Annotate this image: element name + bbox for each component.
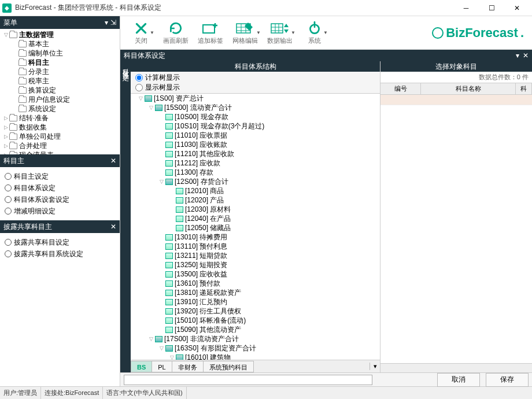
menu-item-label: 结转·准备 xyxy=(19,113,49,123)
account-node-label: [13910] 汇兑预约 xyxy=(175,297,227,307)
maximize-button[interactable]: ☐ xyxy=(479,1,504,16)
collapse-icon[interactable]: ✕ xyxy=(110,223,116,231)
account-node[interactable]: [13250] 短期投资 xyxy=(131,260,380,269)
settings-item[interactable]: 增减明细设定 xyxy=(5,205,115,217)
bottom-tab-系统预约科目[interactable]: 系统预约科目 xyxy=(203,361,254,372)
menu-item-label: 单独公司处理 xyxy=(19,132,61,141)
tab-overflow-icon[interactable]: ▾ xyxy=(370,363,380,370)
account-node[interactable]: [12050] 储藏品 xyxy=(131,223,380,232)
menu-item[interactable]: ▷结转·准备 xyxy=(0,113,120,123)
account-node[interactable]: [13010] 待摊费用 xyxy=(131,232,380,242)
grid-hscroll[interactable] xyxy=(380,363,532,372)
close-button[interactable]: ✕ xyxy=(504,1,530,16)
account-node[interactable]: [11210] 其他应收款 xyxy=(131,149,380,158)
account-node[interactable]: [13910] 汇兑预约 xyxy=(131,297,380,306)
tool-refresh[interactable]: 画面刷新 xyxy=(160,20,192,45)
account-node[interactable]: ▽[163S0] 有形固定资产合计 xyxy=(131,343,380,353)
bottom-tab-PL[interactable]: PL xyxy=(152,361,172,372)
save-button[interactable]: 保存 xyxy=(486,373,529,387)
menu-item[interactable]: 换算设定 xyxy=(0,86,120,95)
account-node[interactable]: [11030] 应收账款 xyxy=(131,140,380,149)
account-node[interactable]: ▽[16010] 建筑物 xyxy=(131,353,380,360)
settings-item[interactable]: 披露共享科目设定 xyxy=(5,237,115,248)
account-node[interactable]: [15010] 坏帐准备(流动) xyxy=(131,316,380,325)
account-node[interactable]: ▽[17S00] 非流动资产合计 xyxy=(131,334,380,343)
bottom-tab-BS[interactable]: BS xyxy=(131,361,152,372)
account-node[interactable]: [13610] 预付款 xyxy=(131,279,380,288)
collapse-icon[interactable]: ✕ xyxy=(110,157,116,165)
filter-input[interactable] xyxy=(124,375,372,385)
menu-item[interactable]: ▷单独公司处理 xyxy=(0,132,120,141)
tab-close-icon[interactable]: ✕ xyxy=(523,51,529,60)
account-node[interactable]: ▽[1S00] 资产总计 xyxy=(131,94,380,103)
col-id[interactable]: 编号 xyxy=(380,83,421,94)
toggle-icon[interactable]: ▽ xyxy=(147,105,155,110)
radio-display-tree[interactable]: 显示树显示 xyxy=(135,83,375,92)
menu-item[interactable]: ▷合并处理 xyxy=(0,141,120,150)
account-node[interactable]: ▽[12S00] 存货合计 xyxy=(131,177,380,186)
radio-calc-tree[interactable]: 计算树显示 xyxy=(135,73,375,82)
tool-close[interactable]: ▼关闭 xyxy=(125,20,157,45)
status-language: 语言:中文(中华人民共和国) xyxy=(103,387,186,399)
account-node[interactable]: [11300] 存款 xyxy=(131,168,380,177)
menu-item[interactable]: ▷数据收集 xyxy=(0,123,120,132)
tool-export[interactable]: ▼数据输出 xyxy=(264,20,296,45)
toggle-icon[interactable]: ▽ xyxy=(168,354,176,360)
settings-item[interactable]: 科目主设定 xyxy=(5,171,115,182)
account-node[interactable]: [13211] 短期贷款 xyxy=(131,251,380,260)
account-node[interactable]: [10S10] 现金存款(3个月超过) xyxy=(131,121,380,131)
disclosure-panel-header[interactable]: 披露共享科目主 ✕ xyxy=(0,220,120,233)
settings-item[interactable]: 科目体系设定 xyxy=(5,182,115,194)
menu-item-label: 主数据管理 xyxy=(19,30,54,39)
menu-item[interactable]: 系统设定 xyxy=(0,104,120,113)
col-name[interactable]: 科目名称 xyxy=(421,83,516,94)
settings-item[interactable]: 科目体系设套设定 xyxy=(5,194,115,205)
tool-grid-edit[interactable]: ▼网格编辑 xyxy=(229,20,261,45)
account-tree[interactable]: ▽[1S00] 资产总计▽[15S00] 流动资产合计[10S00] 现金存款[… xyxy=(131,94,380,360)
add-tab-icon xyxy=(202,20,219,36)
col-type[interactable]: 科 xyxy=(516,83,532,94)
subject-panel-header[interactable]: 科目主 ✕ xyxy=(0,154,120,167)
pin2-icon[interactable]: ⇲ xyxy=(110,19,116,27)
vertical-tab[interactable]: 科目体系设定 xyxy=(120,61,131,372)
minimize-button[interactable]: ─ xyxy=(453,1,479,16)
toggle-icon[interactable]: ▽ xyxy=(136,95,145,101)
account-node[interactable]: [15090] 其他流动资产 xyxy=(131,325,380,334)
account-node[interactable]: [12020] 产品 xyxy=(131,195,380,205)
account-node[interactable]: [10S00] 现金存款 xyxy=(131,112,380,121)
toggle-icon[interactable]: ▽ xyxy=(157,179,165,184)
account-node-label: [11212] 应收款 xyxy=(175,158,220,168)
toggle-icon[interactable]: ▽ xyxy=(157,345,165,351)
menu-item[interactable]: ▷现金流量表 xyxy=(0,150,120,154)
cancel-button[interactable]: 取消 xyxy=(437,373,480,387)
menu-item[interactable]: 编制单位主 xyxy=(0,49,120,58)
leaf-node-icon xyxy=(165,271,173,278)
tab-dropdown-icon[interactable]: ▾ xyxy=(516,51,519,60)
dropdown-icon: ▼ xyxy=(291,30,295,35)
tool-system[interactable]: ▼系统 xyxy=(298,20,331,45)
account-node[interactable]: ▽[15S00] 流动资产合计 xyxy=(131,103,380,112)
account-node[interactable]: [12030] 原材料 xyxy=(131,205,380,214)
account-node[interactable]: [12010] 商品 xyxy=(131,186,380,195)
grid-body[interactable] xyxy=(380,95,532,363)
menu-item[interactable]: 基本主 xyxy=(0,39,120,49)
account-node[interactable]: [13110] 预付利息 xyxy=(131,242,380,251)
pin-icon[interactable]: ▾ xyxy=(105,19,108,27)
menu-item[interactable]: 用户信息设定 xyxy=(0,95,120,104)
account-node[interactable]: [13810] 递延税款资产 xyxy=(131,288,380,297)
bottom-tab-非财务[interactable]: 非财务 xyxy=(172,361,204,372)
menu-item[interactable]: 税率主 xyxy=(0,76,120,86)
tool-add-tab[interactable]: 追加标签 xyxy=(194,20,227,45)
menu-item[interactable]: 科目主 xyxy=(0,58,120,67)
toggle-icon[interactable]: ▽ xyxy=(147,336,155,342)
menu-tree[interactable]: ▽主数据管理基本主编制单位主科目主分录主税率主换算设定用户信息设定系统设定▷结转… xyxy=(0,29,120,154)
account-node[interactable]: [13920] 衍生工具债权 xyxy=(131,306,380,316)
account-node[interactable]: [11212] 应收款 xyxy=(131,158,380,168)
menu-item[interactable]: ▽主数据管理 xyxy=(0,30,120,39)
account-node[interactable]: [11010] 应收票据 xyxy=(131,131,380,140)
account-node[interactable]: [13500] 应收收益 xyxy=(131,269,380,279)
menu-item[interactable]: 分录主 xyxy=(0,67,120,76)
account-node[interactable]: [12040] 在产品 xyxy=(131,214,380,223)
folder-node-icon xyxy=(155,105,162,111)
settings-item[interactable]: 披露共享科目系统设定 xyxy=(5,248,115,260)
